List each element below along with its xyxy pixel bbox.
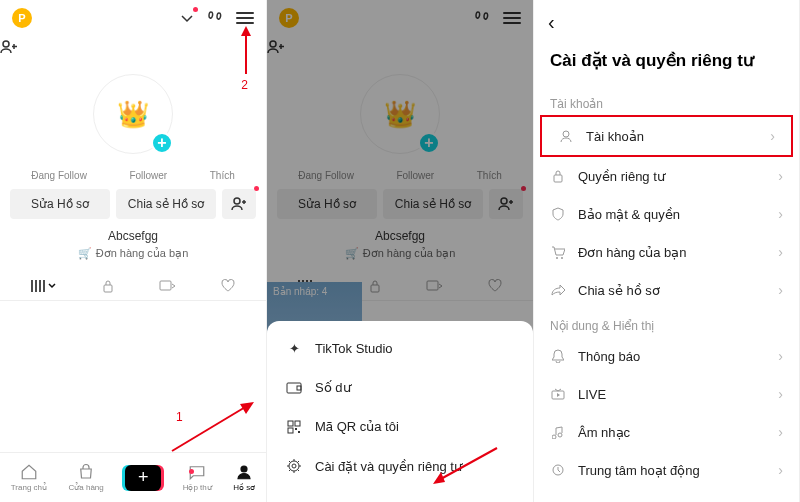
svg-marker-6 <box>240 402 254 414</box>
row-orders[interactable]: Đơn hàng của bạn › <box>534 233 799 271</box>
share-icon <box>550 284 566 296</box>
row-content-pref[interactable]: Tùy chọn nội dung › <box>534 489 799 502</box>
page-title: Cài đặt và quyền riêng tư <box>534 44 799 87</box>
menu-icon[interactable] <box>236 12 254 24</box>
profile-screen: P 👑 + Đang Follow Follower Thích Sửa Hồ … <box>0 0 267 502</box>
svg-rect-21 <box>554 175 562 182</box>
section-content: Nội dung & Hiển thị <box>534 309 799 337</box>
username: Abcsefgg <box>0 229 266 247</box>
row-notifications[interactable]: Thông báo › <box>534 337 799 375</box>
wallet-icon <box>285 382 303 394</box>
svg-line-5 <box>172 406 247 451</box>
qr-icon <box>285 420 303 434</box>
person-icon <box>558 129 574 143</box>
liked-tab[interactable] <box>220 279 236 293</box>
crown-icon: 👑 <box>117 99 149 130</box>
music-icon <box>550 425 566 439</box>
nav-shop[interactable]: Cửa hàng <box>68 463 103 492</box>
add-story-button[interactable]: + <box>151 132 173 154</box>
followers-label[interactable]: Follower <box>129 170 167 181</box>
coin-icon[interactable]: P <box>12 8 32 28</box>
stats-row: Đang Follow Follower Thích <box>0 170 266 189</box>
row-privacy[interactable]: Quyền riêng tư › <box>534 157 799 195</box>
shield-icon <box>550 207 566 221</box>
sheet-balance[interactable]: Số dư <box>267 368 533 407</box>
section-account: Tài khoản <box>534 87 799 115</box>
svg-rect-10 <box>297 386 301 390</box>
svg-point-20 <box>563 131 569 137</box>
profile-menu-screen: P 👑 + Đang Follow Follower Thích Sửa Hồ … <box>267 0 534 502</box>
svg-rect-12 <box>295 421 300 426</box>
row-activity[interactable]: Trung tâm hoạt động › <box>534 451 799 489</box>
settings-screen: ‹ Cài đặt và quyền riêng tư Tài khoản Tà… <box>534 0 800 502</box>
feed-tab[interactable] <box>30 278 56 294</box>
nav-create[interactable]: + <box>125 465 161 491</box>
nav-home[interactable]: Trang chủ <box>11 463 47 492</box>
following-label[interactable]: Đang Follow <box>31 170 87 181</box>
sheet-settings[interactable]: Cài đặt và quyền riêng tư <box>267 446 533 486</box>
repost-tab[interactable] <box>159 279 175 293</box>
add-friend-button[interactable] <box>222 189 256 219</box>
nav-inbox[interactable]: Hộp thư <box>183 463 212 492</box>
svg-rect-9 <box>287 383 301 393</box>
bell-icon <box>550 349 566 363</box>
svg-point-22 <box>556 257 558 259</box>
sheet-qr[interactable]: Mã QR của tôi <box>267 407 533 446</box>
row-share[interactable]: Chia sẻ hồ sơ › <box>534 271 799 309</box>
live-icon <box>550 388 566 400</box>
svg-rect-0 <box>104 285 112 292</box>
svg-rect-13 <box>288 428 293 433</box>
activity-icon <box>550 464 566 476</box>
add-friend-icon[interactable] <box>0 36 266 58</box>
edit-profile-button[interactable]: Sửa Hồ sơ <box>10 189 110 219</box>
notification-dot <box>193 7 198 12</box>
row-security[interactable]: Bảo mật & quyền › <box>534 195 799 233</box>
svg-point-2 <box>241 466 247 472</box>
footprint-icon[interactable] <box>206 9 224 27</box>
svg-rect-14 <box>295 428 297 430</box>
row-live[interactable]: LIVE › <box>534 375 799 413</box>
account-switcher[interactable] <box>180 11 194 25</box>
row-account[interactable]: Tài khoản › <box>540 115 793 157</box>
svg-point-17 <box>292 464 296 468</box>
svg-rect-15 <box>298 431 300 433</box>
svg-rect-11 <box>288 421 293 426</box>
likes-label[interactable]: Thích <box>210 170 235 181</box>
cart-icon <box>550 246 566 259</box>
annotation-2: 2 <box>241 78 248 92</box>
lock-icon <box>550 169 566 183</box>
back-button[interactable]: ‹ <box>548 11 555 34</box>
bottom-nav: Trang chủ Cửa hàng + Hộp thư Hồ sơ <box>0 452 266 502</box>
nav-profile[interactable]: Hồ sơ <box>233 463 255 492</box>
orders-link[interactable]: 🛒Đơn hàng của bạn <box>0 247 266 272</box>
bottom-sheet: ✦ TikTok Studio Số dư Mã QR của tôi Cài … <box>267 321 533 502</box>
sheet-studio[interactable]: ✦ TikTok Studio <box>267 329 533 368</box>
chevron-right-icon: › <box>770 128 775 144</box>
private-tab[interactable] <box>101 279 115 293</box>
annotation-1: 1 <box>176 410 183 424</box>
star-person-icon: ✦ <box>285 341 303 356</box>
share-profile-button[interactable]: Chia sẻ Hồ sơ <box>116 189 216 219</box>
row-music[interactable]: Âm nhạc › <box>534 413 799 451</box>
svg-rect-1 <box>160 281 171 290</box>
gear-icon <box>285 458 303 474</box>
svg-point-23 <box>561 257 563 259</box>
